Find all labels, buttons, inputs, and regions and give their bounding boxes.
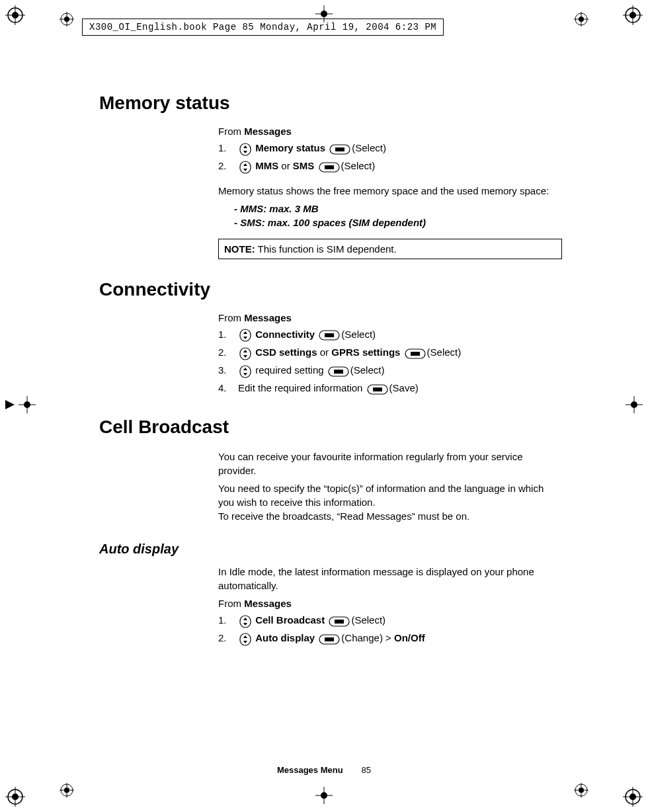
softkey-button-icon [319, 327, 340, 343]
from-label: From Messages [218, 126, 562, 137]
step-number: 1. [218, 141, 230, 156]
svg-marker-46 [243, 151, 247, 153]
svg-point-19 [64, 17, 69, 22]
body-text: In Idle mode, the latest information mes… [218, 565, 562, 592]
svg-marker-45 [243, 145, 247, 148]
svg-rect-53 [325, 165, 334, 169]
step-number: 1. [218, 613, 230, 628]
svg-rect-59 [240, 348, 251, 360]
nav-up-down-icon [239, 346, 251, 361]
print-header: X300_OI_English.book Page 85 Monday, Apr… [82, 19, 444, 36]
softkey-button-icon [328, 364, 349, 379]
body-text: To receive the broadcasts, “Read Message… [218, 509, 562, 523]
svg-rect-80 [325, 637, 334, 641]
body-text: You need to specify the “topic(s)” of in… [218, 481, 562, 509]
svg-marker-77 [243, 635, 247, 638]
nav-up-down-icon [239, 364, 251, 379]
reg-mark-icon [5, 396, 22, 416]
reg-mark-icon [574, 12, 588, 29]
reg-mark-icon [60, 12, 74, 29]
from-label: From Messages [218, 312, 562, 323]
step-number: 2. [218, 631, 230, 646]
step-item: 4. Edit the required information (Save) [218, 381, 562, 396]
svg-marker-51 [243, 169, 247, 171]
svg-marker-55 [243, 331, 247, 334]
svg-point-27 [64, 788, 69, 793]
softkey-button-icon [367, 382, 388, 397]
nav-up-down-icon [239, 613, 251, 628]
softkey-button-icon [329, 613, 350, 628]
svg-rect-49 [240, 161, 251, 173]
svg-point-40 [24, 401, 30, 408]
svg-point-7 [629, 12, 636, 19]
step-item: 3. required setting (Select) [218, 363, 562, 378]
crop-mark-icon [623, 5, 643, 25]
svg-rect-48 [335, 147, 344, 151]
page-content: Memory status From Messages 1. Memory st… [99, 93, 562, 649]
reg-mark-icon [626, 396, 643, 416]
nav-up-down-icon [239, 327, 251, 343]
body-text: Memory status shows the free memory spac… [218, 184, 562, 198]
svg-marker-66 [243, 373, 247, 376]
svg-point-3 [12, 12, 19, 19]
step-item: 2. CSD settings or GPRS settings (Select… [218, 345, 562, 360]
svg-point-31 [579, 788, 584, 793]
step-number: 2. [218, 159, 230, 174]
svg-marker-78 [243, 641, 247, 643]
svg-marker-50 [243, 163, 247, 166]
svg-marker-56 [243, 337, 247, 339]
step-number: 2. [218, 345, 230, 360]
reg-mark-icon [315, 787, 333, 807]
step-number: 3. [218, 363, 230, 378]
step-item: 1. Cell Broadcast (Select) [218, 613, 562, 628]
crop-mark-icon [623, 787, 643, 807]
nav-up-down-icon [239, 631, 251, 647]
heading-cell-broadcast: Cell Broadcast [99, 417, 562, 438]
svg-rect-63 [411, 352, 420, 356]
svg-rect-76 [240, 633, 251, 645]
reg-mark-icon [574, 783, 588, 800]
svg-rect-54 [240, 329, 251, 341]
bullet-item: MMS: max. 3 MB [234, 202, 562, 216]
softkey-button-icon [319, 631, 340, 647]
step-number: 4. [218, 381, 230, 396]
bullet-item: SMS: max. 100 spaces (SIM dependent) [234, 216, 562, 229]
note-box: NOTE: This function is SIM dependent. [218, 239, 562, 259]
svg-rect-70 [373, 387, 382, 391]
svg-marker-60 [243, 350, 247, 352]
softkey-button-icon [319, 159, 340, 175]
nav-up-down-icon [239, 159, 251, 175]
crop-mark-icon [5, 5, 25, 25]
svg-point-37 [321, 792, 327, 799]
body-text: You can receive your favourite informati… [218, 450, 562, 477]
step-item: 1. Memory status (Select) [218, 141, 562, 156]
step-item: 2. MMS or SMS (Select) [218, 159, 562, 174]
step-item: 1. Connectivity (Select) [218, 327, 562, 343]
step-number: 1. [218, 327, 230, 343]
reg-mark-icon [60, 783, 74, 800]
svg-point-34 [321, 11, 327, 17]
svg-marker-61 [243, 355, 247, 358]
page-footer: Messages Menu85 [0, 765, 648, 775]
softkey-button-icon [329, 142, 350, 157]
softkey-button-icon [405, 346, 426, 361]
nav-up-down-icon [239, 142, 251, 157]
crop-mark-icon [5, 787, 25, 807]
heading-memory-status: Memory status [99, 93, 562, 114]
svg-point-11 [12, 793, 19, 800]
heading-connectivity: Connectivity [99, 279, 562, 300]
svg-marker-65 [243, 368, 247, 370]
svg-rect-44 [240, 143, 251, 155]
svg-rect-68 [334, 370, 343, 374]
from-label: From Messages [218, 598, 562, 609]
svg-point-15 [629, 793, 636, 800]
svg-marker-72 [243, 618, 247, 620]
step-item: 2. Auto display (Change) > On/Off [218, 631, 562, 646]
svg-rect-71 [240, 616, 251, 628]
svg-marker-73 [243, 623, 247, 626]
svg-rect-58 [325, 333, 334, 337]
svg-point-43 [631, 401, 637, 408]
svg-rect-64 [240, 366, 251, 378]
svg-rect-75 [335, 620, 344, 624]
subheading-auto-display: Auto display [99, 542, 562, 557]
